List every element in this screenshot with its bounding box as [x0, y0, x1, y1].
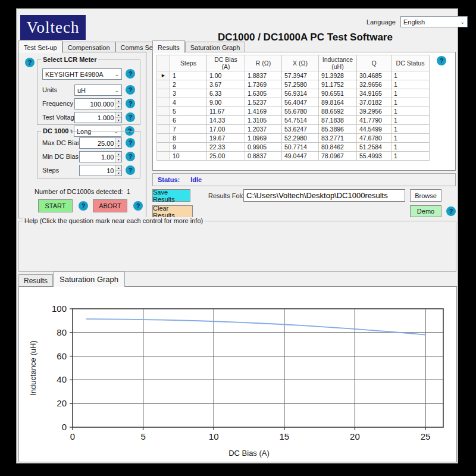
table-cell[interactable]: 8	[170, 134, 207, 143]
help-icon[interactable]	[126, 85, 135, 95]
table-cell[interactable]: 1	[392, 98, 430, 107]
language-select[interactable]: English ⌄	[400, 16, 468, 27]
table-cell[interactable]: 0.9905	[245, 143, 282, 152]
table-cell[interactable]: 1.3105	[245, 116, 282, 125]
row-selector[interactable]	[157, 152, 170, 161]
spinner-buttons[interactable]: ▲▼	[115, 112, 121, 123]
results-folder-input[interactable]	[243, 189, 405, 202]
table-cell[interactable]: 3.67	[207, 80, 245, 89]
column-header[interactable]: DC Bias (A)	[207, 55, 245, 71]
table-row[interactable]: 922.330.990550.771480.846251.25841	[157, 143, 430, 152]
max-dc-bias-stepper[interactable]: ▲▼	[79, 137, 122, 149]
table-cell[interactable]: 1.4169	[245, 107, 282, 116]
table-cell[interactable]: 6.33	[207, 89, 245, 98]
table-cell[interactable]: 17.00	[207, 125, 245, 134]
spinner-buttons[interactable]: ▲▼	[115, 152, 121, 162]
table-cell[interactable]: 91.1752	[319, 80, 357, 89]
table-cell[interactable]: 91.3928	[319, 71, 357, 80]
table-cell[interactable]: 1	[392, 71, 430, 80]
spinner-buttons[interactable]: ▲▼	[115, 165, 121, 176]
help-icon[interactable]	[126, 152, 135, 161]
table-cell[interactable]: 22.33	[207, 143, 245, 152]
abort-button[interactable]: ABORT	[93, 199, 127, 212]
table-cell[interactable]: 1	[392, 80, 430, 89]
table-cell[interactable]: 2	[170, 80, 207, 89]
table-cell[interactable]: 55.6780	[282, 107, 319, 116]
table-cell[interactable]: 89.8164	[319, 98, 357, 107]
steps-input[interactable]	[80, 167, 115, 174]
table-cell[interactable]: 1	[170, 71, 207, 80]
frequency-input[interactable]	[75, 101, 115, 108]
table-cell[interactable]: 1	[392, 107, 430, 116]
row-selector[interactable]	[157, 134, 170, 143]
column-header[interactable]: Q	[357, 55, 392, 71]
table-cell[interactable]: 0.8837	[245, 152, 282, 161]
row-selector[interactable]	[157, 125, 170, 134]
table-cell[interactable]: 7	[170, 125, 207, 134]
table-row[interactable]: 23.671.736957.258091.175232.96561	[157, 80, 430, 89]
browse-button[interactable]: Browse	[410, 189, 441, 202]
row-selector[interactable]	[157, 80, 170, 89]
start-button[interactable]: START	[38, 199, 73, 212]
table-cell[interactable]: 10	[170, 152, 207, 161]
table-row[interactable]: 49.001.523756.404789.816437.01821	[157, 98, 430, 107]
table-cell[interactable]: 44.5499	[357, 125, 392, 134]
lcr-meter-select[interactable]: KEYSIGHT E4980A ⌄	[42, 68, 122, 80]
row-selector[interactable]	[157, 98, 170, 107]
column-header[interactable]: X (Ω)	[282, 55, 319, 71]
table-cell[interactable]: 1.5237	[245, 98, 282, 107]
clear-results-button[interactable]: Clear Results	[152, 205, 193, 218]
table-cell[interactable]: 88.6592	[319, 107, 357, 116]
test-voltage-input[interactable]	[75, 114, 115, 121]
table-cell[interactable]: 47.6780	[357, 134, 392, 143]
table-cell[interactable]: 50.7714	[282, 143, 319, 152]
table-cell[interactable]: 5	[170, 107, 207, 116]
table-cell[interactable]: 1.8837	[245, 71, 282, 80]
table-cell[interactable]: 1	[392, 143, 430, 152]
table-row[interactable]: 614.331.310554.751487.183841.77901	[157, 116, 430, 125]
table-cell[interactable]: 87.1838	[319, 116, 357, 125]
tab-results[interactable]: Results	[152, 40, 185, 53]
units-select[interactable]: uH ⌄	[74, 84, 122, 96]
steps-stepper[interactable]: ▲▼	[79, 165, 122, 176]
table-cell[interactable]: 9.00	[207, 98, 245, 107]
spinner-buttons[interactable]: ▲▼	[115, 138, 121, 148]
table-cell[interactable]: 1	[392, 125, 430, 134]
table-cell[interactable]: 1.2037	[245, 125, 282, 134]
save-results-button[interactable]: Save Results	[152, 189, 190, 202]
table-cell[interactable]: 34.9165	[357, 89, 392, 98]
row-selector[interactable]	[157, 143, 170, 152]
table-cell[interactable]: 78.0967	[319, 152, 357, 161]
table-cell[interactable]: 57.2580	[282, 80, 319, 89]
help-icon[interactable]	[133, 201, 143, 211]
table-cell[interactable]: 30.4685	[357, 71, 392, 80]
table-cell[interactable]: 80.8462	[319, 143, 357, 152]
table-cell[interactable]: 51.2584	[357, 143, 392, 152]
table-cell[interactable]: 25.00	[207, 152, 245, 161]
current-row-arrow-icon[interactable]: ▶	[157, 71, 170, 80]
max-dc-bias-input[interactable]	[80, 140, 115, 147]
help-icon[interactable]	[446, 206, 456, 216]
table-row[interactable]: 819.671.096952.298083.277147.67801	[157, 134, 430, 143]
help-icon[interactable]	[126, 165, 135, 175]
table-cell[interactable]: 90.6551	[319, 89, 357, 98]
table-cell[interactable]: 55.4993	[357, 152, 392, 161]
column-header[interactable]: DC Status	[392, 55, 430, 71]
table-cell[interactable]: 4	[170, 98, 207, 107]
table-cell[interactable]: 39.2956	[357, 107, 392, 116]
table-cell[interactable]: 85.3896	[319, 125, 357, 134]
row-selector[interactable]	[157, 107, 170, 116]
table-cell[interactable]: 1.7369	[245, 80, 282, 89]
table-cell[interactable]: 56.9314	[282, 89, 319, 98]
table-cell[interactable]: 1	[392, 116, 430, 125]
table-cell[interactable]: 49.0447	[282, 152, 319, 161]
help-icon[interactable]	[437, 56, 446, 65]
table-cell[interactable]: 32.9656	[357, 80, 392, 89]
min-dc-bias-stepper[interactable]: ▲▼	[79, 151, 122, 162]
help-icon[interactable]	[126, 112, 135, 122]
test-voltage-stepper[interactable]: ▲▼	[74, 112, 122, 123]
table-cell[interactable]: 53.6247	[282, 125, 319, 134]
column-header[interactable]: Steps	[170, 55, 207, 71]
help-icon[interactable]	[126, 99, 135, 108]
table-cell[interactable]: 1	[392, 152, 430, 161]
